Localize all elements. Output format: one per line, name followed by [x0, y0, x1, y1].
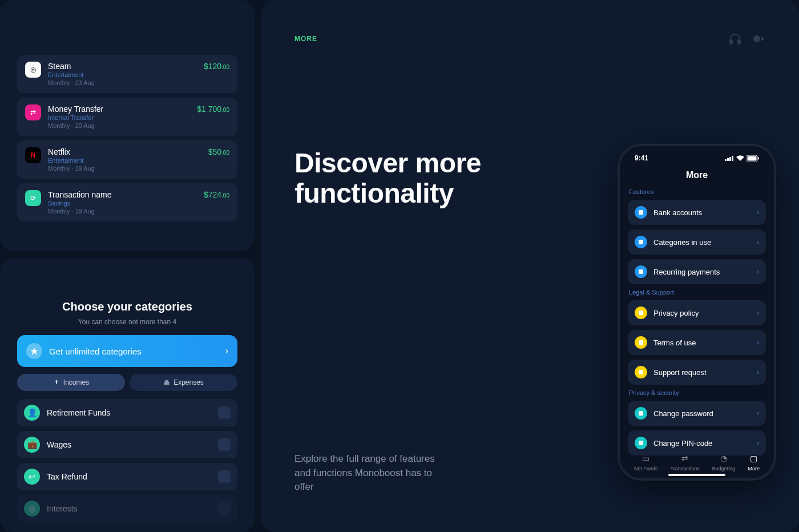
phone-menu-item[interactable]: Terms of use › [628, 330, 766, 355]
menu-icon [635, 265, 647, 278]
svg-rect-13 [639, 311, 643, 315]
svg-rect-15 [639, 370, 643, 374]
menu-icon [635, 236, 647, 248]
phone-section-label: Legal & Support [629, 289, 766, 296]
chevron-right-icon: › [757, 368, 759, 376]
menu-icon [635, 366, 647, 378]
svg-rect-14 [639, 340, 643, 345]
category-item[interactable]: ◎ Interests [17, 495, 237, 522]
menu-item-label: Change password [653, 409, 750, 418]
transaction-amount: $724.00 [204, 190, 229, 199]
svg-rect-5 [729, 157, 731, 161]
status-time: 9:41 [635, 154, 648, 162]
hero-subtitle: Explore the full range of features and f… [261, 452, 444, 494]
phone-tabbar: ▭ Net Funds⇄ Transactions◔ Budgeting▢ Mo… [628, 450, 766, 471]
menu-icon [635, 206, 647, 219]
phone-section-label: Privacy & security [629, 389, 766, 396]
transaction-frequency: Monthly · 19 Aug [48, 165, 201, 172]
svg-rect-9 [758, 157, 759, 159]
chevron-right-icon: › [757, 409, 759, 417]
category-checkbox[interactable] [218, 406, 231, 419]
svg-rect-0 [730, 40, 732, 44]
phone-tab[interactable]: ◔ Budgeting [712, 454, 736, 471]
transaction-category: Savings [48, 200, 197, 207]
menu-item-label: Privacy policy [653, 309, 750, 317]
chevron-right-icon: › [757, 208, 759, 216]
menu-icon [635, 437, 647, 449]
tab-icon: ▢ [749, 454, 759, 464]
segment-expenses[interactable]: Expenses [130, 374, 237, 391]
transactions-card: ◎ Steam Entertaiment Monthly · 23 Aug $1… [0, 0, 255, 251]
phone-menu-item[interactable]: Bank accounts › [628, 200, 766, 225]
phone-tab[interactable]: ▭ Net Funds [634, 454, 658, 471]
category-label: Interests [47, 504, 211, 513]
transaction-amount: $50.00 [208, 147, 229, 156]
categories-title: Choose your categories [17, 300, 237, 313]
transaction-row[interactable]: ◎ Steam Entertaiment Monthly · 23 Aug $1… [17, 55, 237, 93]
svg-rect-1 [738, 40, 740, 44]
svg-rect-12 [639, 269, 643, 274]
phone-section-label: Features [629, 188, 766, 195]
transaction-name: Steam [48, 62, 197, 71]
tab-icon: ◔ [719, 454, 729, 464]
phone-statusbar: 9:41 [628, 154, 766, 162]
logout-icon[interactable] [752, 32, 766, 46]
savings-icon: ⟳ [25, 190, 41, 206]
category-item[interactable]: 💼 Wages [17, 431, 237, 458]
transaction-frequency: Monthly · 20 Aug [48, 122, 190, 129]
transaction-row[interactable]: N Netflix Entertaiment Monthly · 19 Aug … [17, 140, 237, 179]
wifi-icon [736, 155, 744, 161]
transaction-category: Entertaiment [48, 157, 201, 164]
headphones-icon[interactable] [728, 32, 742, 46]
feature-panel: MORE Discover morefunctionality Explore … [261, 0, 799, 532]
transaction-row[interactable]: ⟳ Transaction name Savings Monthly · 19 … [17, 183, 237, 221]
menu-icon [635, 336, 647, 349]
steam-icon: ◎ [25, 62, 41, 78]
svg-rect-4 [727, 158, 729, 161]
transaction-name: Transaction name [48, 190, 197, 199]
menu-item-label: Categories in use [653, 238, 750, 247]
category-icon: ◎ [24, 501, 40, 517]
phone-tab[interactable]: ▢ More [748, 454, 760, 471]
svg-point-2 [753, 35, 760, 42]
category-checkbox[interactable] [218, 502, 231, 515]
phone-page-title: More [628, 170, 766, 180]
phone-tab[interactable]: ⇄ Transactions [671, 454, 700, 471]
netflix-icon: N [25, 147, 41, 163]
svg-rect-11 [639, 240, 643, 244]
svg-rect-3 [725, 159, 727, 161]
categories-card: Choose your categories You can choose no… [0, 258, 255, 532]
unlimited-categories-button[interactable]: Get unlimited categories › [17, 335, 237, 367]
battery-icon [746, 155, 759, 162]
tab-label: Net Funds [634, 466, 658, 471]
category-label: Wages [47, 440, 211, 449]
phone-mockup: 9:41 More Features Bank accounts › Categ… [618, 144, 776, 481]
phone-menu-item[interactable]: Privacy policy › [628, 300, 766, 325]
category-item[interactable]: 👤 Retirement Funds [17, 399, 237, 426]
signal-icon [725, 155, 734, 161]
home-indicator [668, 474, 725, 476]
menu-item-label: Bank accounts [653, 208, 750, 217]
phone-menu-item[interactable]: Change password › [628, 401, 766, 426]
svg-rect-10 [639, 210, 643, 215]
phone-menu-item[interactable]: Categories in use › [628, 229, 766, 255]
category-icon: 💼 [24, 437, 40, 453]
category-label: Tax Refund [47, 472, 211, 481]
transaction-row[interactable]: ⇄ Money Transfer Internal Transfer Month… [17, 98, 237, 136]
menu-item-label: Change PIN-code [653, 439, 750, 448]
categories-subtitle: You can choose not more than 4 [17, 318, 237, 326]
chevron-right-icon: › [757, 439, 759, 447]
chevron-right-icon: › [757, 309, 759, 317]
star-icon [26, 343, 42, 359]
category-checkbox[interactable] [218, 438, 231, 451]
category-checkbox[interactable] [218, 470, 231, 483]
category-icon: 👤 [24, 405, 40, 421]
transaction-amount: $1 700.00 [197, 104, 229, 114]
category-item[interactable]: ↩ Tax Refund [17, 463, 237, 490]
phone-menu-item[interactable]: Support request › [628, 360, 766, 385]
segment-incomes[interactable]: Incomes [17, 374, 125, 391]
phone-menu-item[interactable]: Recurring payments › [628, 259, 766, 284]
menu-icon [635, 407, 647, 420]
svg-rect-17 [639, 441, 643, 445]
svg-rect-8 [748, 156, 757, 160]
